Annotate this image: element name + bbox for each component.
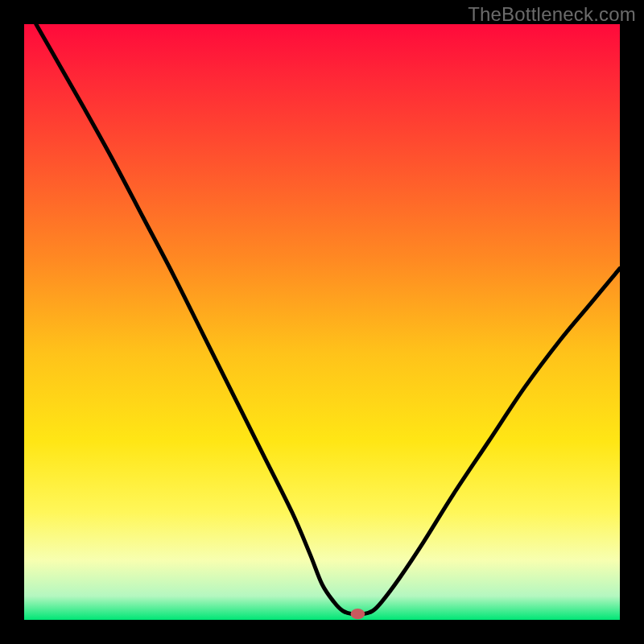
bottleneck-chart: TheBottleneck.com	[0, 0, 644, 644]
watermark-text: TheBottleneck.com	[468, 3, 636, 26]
chart-svg	[0, 0, 644, 644]
gradient-background	[24, 24, 620, 620]
optimal-point-marker	[351, 609, 365, 619]
